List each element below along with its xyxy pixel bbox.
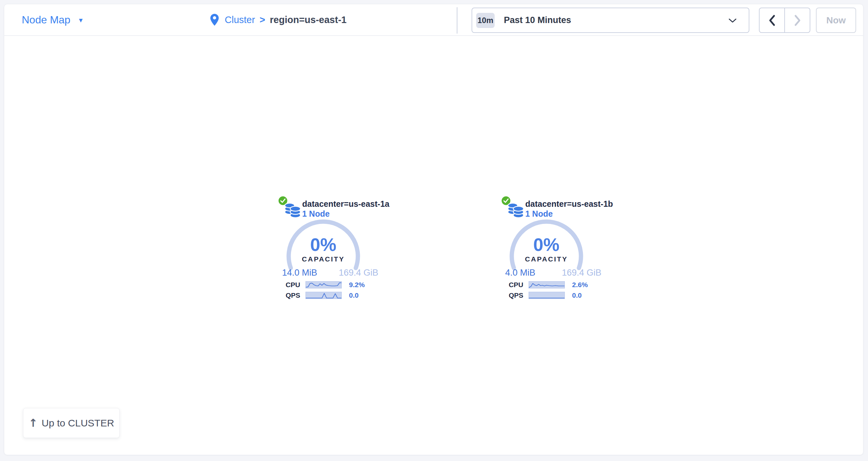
datacenter-title: datacenter=us-east-1b [525, 199, 613, 209]
datacenter-card-us-east-1b[interactable]: datacenter=us-east-1b 1 Node 0% CAPACITY… [498, 194, 611, 302]
map-pin-icon [210, 14, 219, 26]
capacity-total: 169.4 GiB [562, 268, 601, 278]
time-range-badge: 10m [476, 13, 495, 28]
capacity-caption: CAPACITY [508, 255, 584, 263]
qps-value: 0.0 [572, 291, 582, 299]
time-next-button[interactable] [784, 8, 810, 32]
time-nav-group [759, 7, 810, 33]
qps-sparkline [306, 292, 342, 299]
time-range-dropdown[interactable]: 10m Past 10 Minutes [471, 7, 749, 33]
datacenter-title: datacenter=us-east-1a [302, 199, 390, 209]
up-to-cluster-button[interactable]: ↑ Up to CLUSTER [23, 408, 120, 438]
qps-label: QPS [503, 291, 523, 299]
now-button[interactable]: Now [816, 7, 856, 33]
capacity-percent: 0% [285, 234, 361, 255]
breadcrumb-separator: > [260, 14, 265, 25]
cpu-sparkline [529, 281, 565, 289]
datacenter-icon [282, 201, 303, 219]
cpu-value: 9.2% [349, 281, 365, 289]
datacenter-card-us-east-1a[interactable]: datacenter=us-east-1a 1 Node 0% CAPACITY… [275, 194, 388, 302]
node-map-panel: Node Map ▼ Cluster > region=us-east-1 10… [4, 4, 863, 455]
chevron-down-icon [728, 18, 737, 23]
cpu-metric-row: CPU 2.6% [503, 281, 606, 289]
capacity-values: 14.0 MiB 169.4 GiB [282, 268, 378, 278]
qps-sparkline [529, 292, 565, 299]
header-divider [457, 7, 457, 34]
capacity-used: 4.0 MiB [505, 268, 535, 278]
chevron-left-icon [768, 14, 776, 26]
qps-metric-row: QPS 0.0 [280, 292, 382, 299]
up-arrow-icon: ↑ [29, 417, 38, 429]
breadcrumb-current: region=us-east-1 [270, 14, 347, 25]
up-to-cluster-label: Up to CLUSTER [41, 418, 114, 429]
capacity-total: 169.4 GiB [339, 268, 378, 278]
breadcrumb-cluster-link[interactable]: Cluster [225, 14, 255, 25]
qps-metric-row: QPS 0.0 [503, 292, 606, 299]
caret-down-icon: ▼ [78, 15, 84, 24]
cpu-label: CPU [280, 281, 300, 289]
capacity-percent: 0% [508, 234, 584, 255]
qps-label: QPS [280, 291, 300, 299]
capacity-caption: CAPACITY [285, 255, 361, 263]
cpu-metric-row: CPU 9.2% [280, 281, 382, 289]
cpu-sparkline [306, 281, 342, 289]
qps-value: 0.0 [349, 291, 359, 299]
time-prev-button[interactable] [760, 8, 784, 32]
cpu-label: CPU [503, 281, 523, 289]
capacity-values: 4.0 MiB 169.4 GiB [505, 268, 601, 278]
breadcrumb: Cluster > region=us-east-1 [210, 4, 347, 35]
capacity-used: 14.0 MiB [282, 268, 317, 278]
cpu-value: 2.6% [572, 281, 588, 289]
datacenter-node-count: 1 Node [302, 209, 330, 219]
view-selector-label: Node Map [22, 14, 70, 26]
view-selector-dropdown[interactable]: Node Map ▼ [22, 4, 84, 35]
datacenter-icon [505, 201, 526, 219]
header-bar: Node Map ▼ Cluster > region=us-east-1 10… [4, 4, 863, 36]
datacenter-node-count: 1 Node [525, 209, 553, 219]
time-range-label: Past 10 Minutes [504, 15, 571, 25]
chevron-right-icon [794, 14, 801, 26]
